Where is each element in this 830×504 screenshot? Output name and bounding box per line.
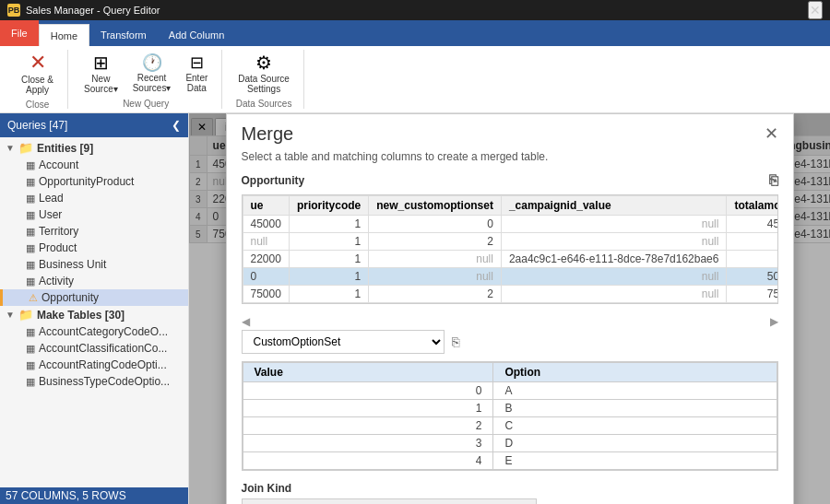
tab-transform[interactable]: Transform [89,24,158,46]
mcell-tot-2: null [727,233,778,251]
table-icon-account: ▦ [26,159,35,171]
tree-group-maketables[interactable]: ▼ 📁 Make Tables [30] [0,306,188,323]
warning-icon-opportunity: ⚠ [29,292,38,304]
tree-group-entities[interactable]: ▼ 📁 Entities [9] [0,139,188,157]
sidebar-item-opportunity[interactable]: ⚠ Opportunity [0,289,188,306]
recent-sources-icon: 🕐 [142,54,162,71]
mcell-camp-3: 2aa4c9c1-e646-e111-8dce-78e7d162bae6 [501,251,727,268]
mcell-pri-4: 1 [289,268,368,286]
close-apply-button[interactable]: ✕ Close &Apply [15,50,60,98]
opt-col-value: Value [243,363,493,382]
close-apply-icon: ✕ [30,53,46,73]
tree-arrow-entities: ▼ [6,143,15,153]
table-icon-businesstypecode: ▦ [26,376,35,388]
queries-header: Queries [47] ❮ [0,113,188,137]
main-area: Queries [47] ❮ ▼ 📁 Entities [9] ▦ Accoun… [0,113,830,504]
recent-sources-label: RecentSources▾ [133,73,172,93]
join-kind-dropdown[interactable]: Left Outer (all from first, matching fro… [242,498,537,504]
sidebar-item-accountratingcode[interactable]: ▦ AccountRatingCodeOpti... [0,357,188,373]
enter-data-button[interactable]: ⊟ EnterData [179,52,214,96]
queries-tree: ▼ 📁 Entities [9] ▦ Account ▦ Opportunity… [0,137,188,487]
modal-table-row: 45000 1 0 null 45000 38e0dbe4-131b [243,216,778,233]
opt-text-0: A [493,382,777,400]
sidebar-item-businessunit[interactable]: ▦ Business Unit [0,256,188,273]
modal-col-campaignid: _campaignid_value [501,196,727,216]
ribbon-tabs: File Home Transform Add Column [0,20,830,46]
tab-home[interactable]: Home [39,24,89,46]
sidebar-item-product[interactable]: ▦ Product [0,240,188,256]
mcell-camp-4: null [501,268,727,286]
tree-item-businessunit-label: Business Unit [39,258,106,271]
option-row-0: 0 A [243,382,777,400]
tree-item-activity-label: Activity [39,275,74,287]
mcell-cust-3: null [369,251,502,268]
app-icon: PB [7,4,20,17]
sidebar-item-accountcategorycode[interactable]: ▦ AccountCategoryCodeO... [0,323,188,340]
option-row-4: 4 E [243,452,777,470]
queries-count: Queries [47] [7,119,67,132]
modal-overlay: Merge ✕ Select a table and matching colu… [189,113,830,504]
tab-file[interactable]: File [0,20,39,46]
sidebar-item-opportunityproduct[interactable]: ▦ OpportunityProduct [0,173,188,190]
mcell-cust-5: 2 [369,286,502,303]
mcell-cust-4: null [369,268,502,286]
opt-val-2: 2 [243,417,493,435]
mcell-cust-1: 0 [369,216,502,233]
mcell-tot-3: 0 [727,251,778,268]
join-kind-label: Join Kind [242,482,778,495]
tree-arrow-maketables: ▼ [6,310,15,320]
customoptionset-dropdown[interactable]: CustomOptionSet Account Lead Territory [242,330,445,354]
mcell-ue-2: null [243,233,289,251]
tree-item-accountratingcode-label: AccountRatingCodeOpti... [39,358,167,371]
sidebar-item-account[interactable]: ▦ Account [0,157,188,173]
collapse-icon[interactable]: ❮ [172,119,181,132]
copy-icon-dropdown[interactable]: ⎘ [452,334,459,349]
sidebar-item-businesstypecode[interactable]: ▦ BusinessTypeCodeOptio... [0,373,188,390]
table-icon-product: ▦ [26,242,35,254]
left-panel: Queries [47] ❮ ▼ 📁 Entities [9] ▦ Accoun… [0,113,189,504]
sidebar-item-user[interactable]: ▦ User [0,206,188,223]
ribbon-group-data-sources: ⚙ Data SourceSettings Data Sources [224,50,304,109]
mcell-pri-5: 1 [289,286,368,303]
modal-col-customoptionset: new_customoptionset [369,196,502,216]
status-text: 57 COLUMNS, 5 ROWS [6,489,126,502]
modal-col-prioritycode: prioritycode [289,196,368,216]
tree-item-opportunity-label: Opportunity [42,291,99,304]
new-source-icon: ⊞ [93,53,109,72]
tree-item-opportunityproduct-label: OpportunityProduct [39,175,134,188]
close-group-label: Close [26,100,50,110]
ribbon-group-new-query: ⊞ NewSource▾ 🕐 RecentSources▾ ⊟ EnterDat… [70,50,222,109]
table-icon-businessunit: ▦ [26,259,35,271]
modal-table-row: 75000 1 2 null 75000 38e0dbe4-131b [243,286,778,303]
sidebar-item-activity[interactable]: ▦ Activity [0,273,188,289]
copy-icon-top[interactable]: ⎘ [769,172,778,189]
data-sources-label: Data Sources [236,99,292,109]
data-source-settings-button[interactable]: ⚙ Data SourceSettings [231,51,296,97]
new-source-button[interactable]: ⊞ NewSource▾ [77,51,125,97]
sidebar-item-territory[interactable]: ▦ Territory [0,223,188,240]
table-icon-territory: ▦ [26,226,35,238]
modal-table-row: 22000 1 null 2aa4c9c1-e646-e111-8dce-78e… [243,251,778,268]
modal-close-button[interactable]: ✕ [765,123,778,144]
scroll-left: ◀ [242,315,250,328]
sidebar-item-accountclassification[interactable]: ▦ AccountClassificationCo... [0,340,188,357]
modal-section-title: Opportunity ⎘ [242,172,778,189]
table-icon-activity: ▦ [26,275,35,287]
window-close-button[interactable]: ✕ [808,1,823,19]
table-icon-lead: ▦ [26,193,35,205]
mcell-ue-3: 22000 [243,251,289,268]
sidebar-item-lead[interactable]: ▦ Lead [0,190,188,206]
folder-icon-maketables: 📁 [18,308,33,322]
mcell-pri-3: 1 [289,251,368,268]
ribbon-group-close: ✕ Close &Apply Close [7,50,68,109]
dropdown-row: CustomOptionSet Account Lead Territory ⎘ [242,330,778,354]
ribbon: File Home Transform Add Column ✕ Close &… [0,20,830,113]
mcell-cust-2: 2 [369,233,502,251]
table-icon-user: ▦ [26,209,35,221]
table-icon-accountclassification: ▦ [26,343,35,355]
mcell-tot-4: 50000 [727,268,778,286]
tree-item-user-label: User [39,208,62,221]
tab-add-column[interactable]: Add Column [158,24,236,46]
status-bar: 57 COLUMNS, 5 ROWS [0,487,188,504]
recent-sources-button[interactable]: 🕐 RecentSources▾ [126,52,178,96]
